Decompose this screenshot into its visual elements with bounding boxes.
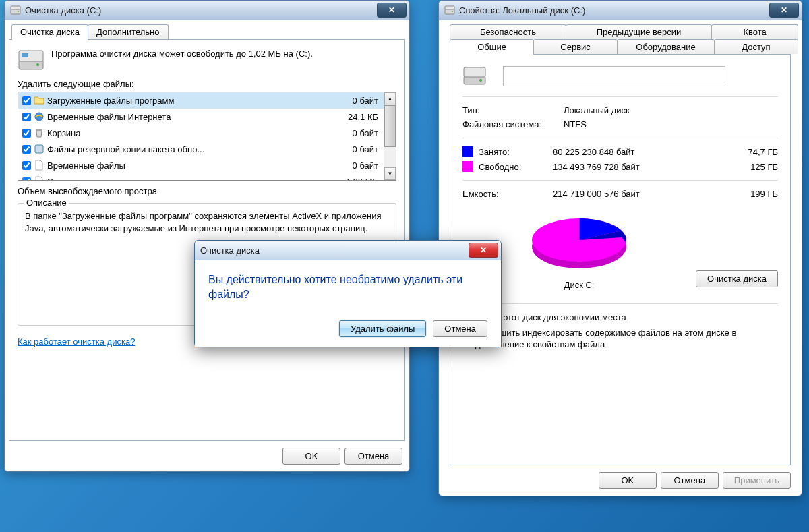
file-name: Временные файлы Интернета [47, 112, 324, 122]
free-color-swatch [462, 161, 473, 172]
tab-cleanup-main[interactable]: Очистка диска [11, 24, 88, 40]
confirm-delete-button[interactable]: Удалить файлы [339, 320, 426, 337]
scroll-down-arrow[interactable]: ▼ [384, 167, 396, 180]
file-list-scrollbar[interactable]: ▲ ▼ [384, 92, 396, 180]
tab-sharing[interactable]: Доступ [714, 39, 798, 54]
file-row[interactable]: Временные файлы 0 байт [18, 157, 384, 173]
disk-name-input[interactable] [503, 66, 725, 86]
type-label: Тип: [462, 105, 564, 115]
file-row[interactable]: Эскизы 1,00 МБ [18, 173, 384, 181]
description-text: В папке "Загруженные файлы программ" сох… [25, 210, 389, 235]
file-list: Загруженные файлы программ 0 байт Времен… [18, 92, 396, 181]
recycle-bin-icon [34, 127, 44, 138]
file-row[interactable]: Загруженные файлы программ 0 байт [18, 92, 384, 109]
svg-point-2 [18, 11, 19, 12]
file-size: 0 байт [324, 144, 381, 154]
drive-icon [18, 48, 44, 72]
free-bytes: 134 493 769 728 байт [553, 162, 731, 172]
file-checkbox[interactable] [22, 113, 31, 121]
drive-icon [462, 64, 487, 88]
file-name: Файлы резервной копии пакета обно... [47, 144, 324, 154]
tab-prev-versions[interactable]: Предыдущие версии [566, 24, 712, 39]
backup-icon [34, 144, 44, 154]
capacity-gb: 199 ГБ [731, 189, 778, 199]
confirm-dialog: Очистка диска ✕ Вы действительно хотите … [194, 240, 502, 347]
how-it-works-link[interactable]: Как работает очистка диска? [18, 336, 135, 347]
scroll-thumb[interactable] [384, 105, 396, 147]
cleanup-titlebar[interactable]: Очистка диска (C:) ✕ [5, 1, 409, 20]
cleanup-cancel-button[interactable]: Отмена [344, 448, 402, 465]
file-name: Корзина [47, 128, 324, 138]
index-label: Разрешить индексировать содержимое файло… [475, 328, 778, 351]
file-row[interactable]: Корзина 0 байт [18, 125, 384, 141]
drive-icon [444, 5, 455, 16]
file-checkbox[interactable] [22, 161, 31, 170]
file-checkbox[interactable] [22, 129, 31, 138]
props-close-button[interactable]: ✕ [769, 3, 799, 18]
delete-files-label: Удалить следующие файлы: [18, 79, 396, 89]
freed-space-label: Объем высвобождаемого простра [18, 186, 396, 196]
confirm-close-button[interactable]: ✕ [469, 243, 498, 258]
file-name: Эскизы [47, 177, 324, 181]
file-size: 1,00 МБ [324, 177, 381, 181]
svg-rect-7 [36, 129, 42, 131]
props-cancel-button[interactable]: Отмена [661, 472, 719, 489]
description-groupbox-title: Описание [24, 198, 69, 208]
file-checkbox[interactable] [22, 177, 31, 181]
tab-security[interactable]: Безопасность [450, 24, 566, 39]
file-icon [34, 176, 44, 181]
file-size: 0 байт [324, 128, 381, 138]
free-label: Свободно: [479, 162, 553, 172]
file-row[interactable]: Файлы резервной копии пакета обно... 0 б… [18, 141, 384, 157]
svg-rect-10 [445, 6, 454, 9]
file-checkbox[interactable] [22, 145, 31, 154]
file-checkbox[interactable] [22, 96, 31, 105]
tab-hardware[interactable]: Оборудование [617, 39, 715, 54]
props-titlebar[interactable]: Свойства: Локальный диск (C:) ✕ [439, 1, 802, 20]
disk-usage-pie-chart [522, 210, 636, 277]
tab-cleanup-more[interactable]: Дополнительно [88, 24, 169, 39]
drive-cleanup-icon [10, 5, 21, 16]
fs-label: Файловая система: [462, 119, 564, 129]
cleanup-close-button[interactable]: ✕ [377, 3, 407, 18]
file-size: 0 байт [324, 160, 381, 171]
scroll-up-arrow[interactable]: ▲ [384, 92, 396, 105]
cleanup-title: Очистка диска (C:) [25, 5, 377, 16]
file-icon [34, 160, 44, 171]
file-name: Загруженные файлы программ [47, 96, 324, 106]
props-title: Свойства: Локальный диск (C:) [459, 5, 769, 16]
file-row[interactable]: Временные файлы Интернета 24,1 КБ [18, 109, 384, 125]
file-size: 24,1 КБ [324, 112, 381, 122]
svg-point-14 [479, 79, 482, 82]
file-size: 0 байт [324, 96, 381, 106]
disk-cleanup-button[interactable]: Очистка диска [696, 270, 778, 287]
fs-value: NTFS [564, 119, 587, 129]
tab-service[interactable]: Сервис [533, 39, 618, 54]
svg-rect-12 [464, 76, 485, 84]
svg-rect-1 [11, 6, 20, 9]
folder-icon [34, 95, 44, 106]
confirm-titlebar[interactable]: Очистка диска ✕ [195, 241, 501, 260]
tab-general[interactable]: Общие [450, 39, 534, 55]
capacity-bytes: 214 719 000 576 байт [553, 189, 731, 199]
svg-point-5 [36, 63, 39, 66]
confirm-title: Очистка диска [200, 245, 469, 256]
used-gb: 74,7 ГБ [731, 147, 778, 157]
free-gb: 125 ГБ [731, 162, 778, 172]
used-color-swatch [462, 146, 473, 157]
props-apply-button[interactable]: Применить [723, 472, 791, 489]
svg-rect-8 [35, 145, 43, 153]
used-bytes: 80 225 230 848 байт [553, 147, 731, 157]
capacity-label: Емкость: [462, 189, 553, 199]
cleanup-ok-button[interactable]: OK [282, 448, 340, 465]
disk-cleanup-window: Очистка диска (C:) ✕ Очистка диска Допол… [4, 0, 410, 472]
ie-icon [34, 111, 44, 122]
type-value: Локальный диск [564, 105, 630, 115]
confirm-cancel-button[interactable]: Отмена [433, 320, 487, 337]
tab-quota[interactable]: Квота [711, 24, 798, 39]
used-label: Занято: [479, 147, 553, 157]
cleanup-intro-text: Программа очистки диска может освободить… [51, 48, 313, 72]
svg-rect-13 [464, 67, 485, 77]
props-ok-button[interactable]: OK [599, 472, 657, 489]
svg-point-11 [452, 11, 453, 12]
